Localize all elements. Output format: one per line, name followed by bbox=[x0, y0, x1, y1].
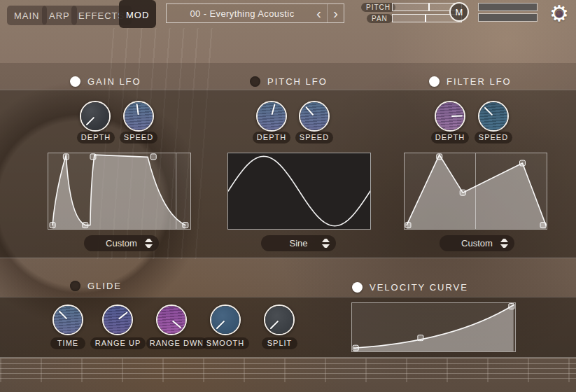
knob-pointer bbox=[435, 102, 464, 130]
glide-split-label: SPLIT bbox=[262, 337, 297, 349]
pitch-lfo-waveform[interactable] bbox=[228, 153, 370, 229]
glide-range-down-label: RANGE DWN bbox=[146, 337, 207, 349]
level-meter-left bbox=[478, 3, 538, 11]
velocity-curve-graph[interactable] bbox=[352, 303, 515, 351]
glide-time-label: TIME bbox=[50, 337, 85, 349]
glide-range-up-knob[interactable] bbox=[102, 304, 133, 335]
pitch-lfo-wave-display[interactable] bbox=[227, 153, 371, 230]
filter-lfo-enable-toggle[interactable] bbox=[429, 76, 440, 87]
gain-wave-type-select[interactable]: Custom bbox=[84, 235, 159, 251]
pitch-depth-knob[interactable] bbox=[256, 101, 287, 132]
pitch-wave-type-value: Sine bbox=[289, 238, 307, 248]
velocity-curve-display[interactable] bbox=[351, 302, 516, 352]
pitch-speed-knob[interactable] bbox=[299, 101, 330, 132]
preset-prev-icon[interactable]: ‹ bbox=[311, 4, 327, 22]
mute-button[interactable]: M bbox=[449, 2, 469, 22]
pitch-lfo-title: PITCH LFO bbox=[267, 76, 328, 87]
glide-smooth-label: SMOOTH bbox=[202, 337, 249, 349]
gain-speed-label: SPEED bbox=[120, 132, 157, 144]
glide-title: GLIDE bbox=[87, 281, 122, 291]
glide-enable-toggle[interactable] bbox=[70, 281, 80, 291]
filter-wave-type-value: Custom bbox=[461, 238, 493, 248]
glide-smooth-knob[interactable] bbox=[210, 304, 241, 335]
gain-lfo-header: GAIN LFO bbox=[70, 76, 141, 87]
glide-split-knob[interactable] bbox=[264, 304, 295, 335]
glide-range-up-label: RANGE UP bbox=[90, 337, 146, 349]
filter-lfo-header: FILTER LFO bbox=[429, 76, 512, 87]
pitch-speed-label: SPEED bbox=[295, 132, 333, 144]
velocity-curve-header: VELOCITY CURVE bbox=[352, 282, 468, 293]
preset-name: 00 - Everything Acoustic bbox=[167, 8, 311, 19]
gain-speed-knob[interactable] bbox=[123, 101, 154, 132]
pan-slider-marker[interactable] bbox=[425, 15, 426, 22]
filter-speed-label: SPEED bbox=[475, 132, 512, 144]
gain-lfo-enable-toggle[interactable] bbox=[70, 76, 80, 87]
pitch-slider-marker[interactable] bbox=[428, 4, 430, 10]
filter-wave-type-select[interactable]: Custom bbox=[440, 235, 514, 251]
gain-depth-knob[interactable] bbox=[80, 101, 111, 132]
filter-depth-knob[interactable] bbox=[435, 101, 465, 132]
filter-depth-label: DEPTH bbox=[431, 132, 469, 144]
gain-lfo-waveform[interactable] bbox=[48, 153, 190, 229]
pitch-lfo-enable-toggle[interactable] bbox=[250, 76, 260, 87]
select-arrows-icon bbox=[145, 239, 153, 248]
gain-wave-type-value: Custom bbox=[106, 238, 137, 248]
select-arrows-icon bbox=[322, 239, 330, 248]
preset-next-icon[interactable]: › bbox=[327, 4, 344, 22]
filter-lfo-waveform[interactable] bbox=[405, 153, 547, 229]
select-arrows-icon bbox=[500, 239, 508, 248]
settings-gear-icon[interactable]: ⚙ bbox=[546, 0, 573, 27]
glide-time-knob[interactable] bbox=[52, 304, 83, 335]
gain-depth-label: DEPTH bbox=[77, 132, 115, 144]
gain-lfo-wave-display[interactable] bbox=[48, 153, 191, 230]
plugin-window: MAIN ARP EFFECTS MOD 00 - Everything Aco… bbox=[0, 0, 576, 392]
pitch-lfo-header: PITCH LFO bbox=[250, 76, 328, 87]
level-meter-right bbox=[478, 13, 538, 22]
pan-label: PAN bbox=[367, 14, 393, 23]
pitch-wave-type-select[interactable]: Sine bbox=[261, 235, 336, 251]
velocity-curve-title: VELOCITY CURVE bbox=[370, 282, 468, 293]
gain-lfo-title: GAIN LFO bbox=[87, 76, 141, 87]
tab-mod[interactable]: MOD bbox=[119, 0, 156, 28]
glide-header: GLIDE bbox=[70, 281, 122, 291]
preset-selector[interactable]: 00 - Everything Acoustic ‹ › bbox=[166, 4, 344, 23]
filter-lfo-wave-display[interactable] bbox=[404, 153, 547, 230]
filter-lfo-title: FILTER LFO bbox=[447, 76, 512, 87]
glide-range-down-knob[interactable] bbox=[156, 304, 187, 335]
tab-main[interactable]: MAIN bbox=[7, 6, 47, 25]
pitch-label: PITCH bbox=[361, 3, 395, 12]
velocity-curve-enable-toggle[interactable] bbox=[352, 282, 363, 293]
pitch-depth-label: DEPTH bbox=[253, 132, 290, 144]
filter-speed-knob[interactable] bbox=[478, 101, 509, 132]
knob-pointer bbox=[122, 100, 154, 132]
